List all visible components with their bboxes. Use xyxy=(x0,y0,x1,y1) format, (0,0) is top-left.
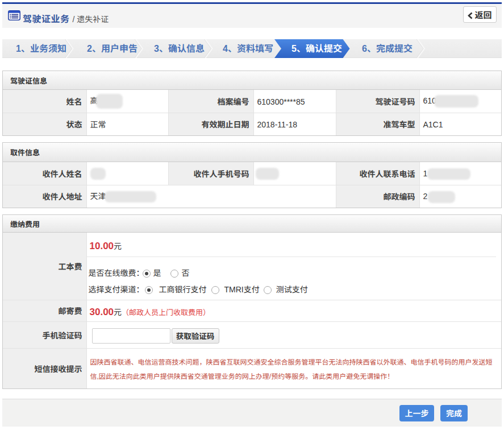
svg-text:5、确认提交: 5、确认提交 xyxy=(291,41,342,55)
svg-text:3、确认信息: 3、确认信息 xyxy=(154,41,205,55)
svg-text:6、完成提交: 6、完成提交 xyxy=(362,41,413,55)
svg-text:2、用户申告: 2、用户申告 xyxy=(87,41,138,55)
svg-text:1、业务须知: 1、业务须知 xyxy=(16,41,66,55)
svg-text:4、资料填写: 4、资料填写 xyxy=(223,41,273,55)
